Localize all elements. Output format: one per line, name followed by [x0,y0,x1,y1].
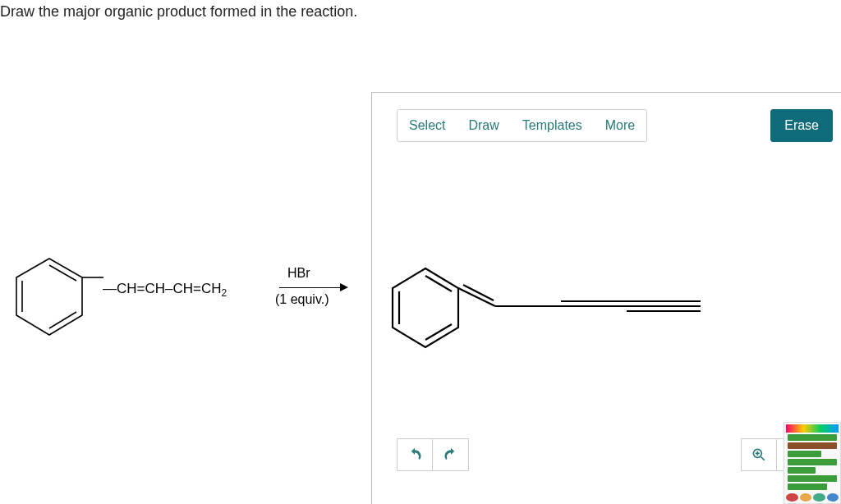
svg-line-7 [425,324,452,340]
substituent-main: —CH=CH–CH=CH [103,281,222,296]
substituent-subscript: 2 [222,287,227,299]
svg-line-6 [425,276,452,291]
tab-more[interactable]: More [594,110,646,141]
tab-draw[interactable]: Draw [457,110,510,141]
erase-button[interactable]: Erase [770,109,833,142]
reagent-top: HBr [287,264,310,282]
svg-marker-5 [393,268,458,347]
reaction-arrow-head [340,283,348,291]
reagent-label: HBr [287,264,310,282]
redo-button[interactable] [433,438,469,471]
starting-material-structure [0,246,107,345]
undo-icon [407,447,423,463]
redo-icon [443,447,459,463]
structure-editor-panel: Select Draw Templates More Erase [371,92,841,504]
tab-select[interactable]: Select [398,110,457,141]
svg-line-15 [761,457,765,460]
svg-marker-0 [16,259,82,335]
svg-line-2 [49,312,76,328]
zoom-in-icon [751,447,767,463]
reaction-arrow-line [279,287,345,288]
drawn-structure [372,150,832,462]
toolbar-tab-group: Select Draw Templates More [397,109,647,142]
undo-button[interactable] [397,438,433,471]
svg-line-1 [49,265,76,281]
tab-templates[interactable]: Templates [511,110,594,141]
reagent-bottom: (1 equiv.) [275,292,329,307]
minimap-thumbnail[interactable] [784,422,841,504]
bottom-left-controls [397,438,469,471]
substituent-formula: —CH=CH–CH=CH2 [103,281,227,299]
zoom-in-button[interactable] [741,438,777,471]
question-text: Draw the major organic product formed in… [0,3,357,21]
editor-toolbar: Select Draw Templates More Erase [397,109,833,142]
